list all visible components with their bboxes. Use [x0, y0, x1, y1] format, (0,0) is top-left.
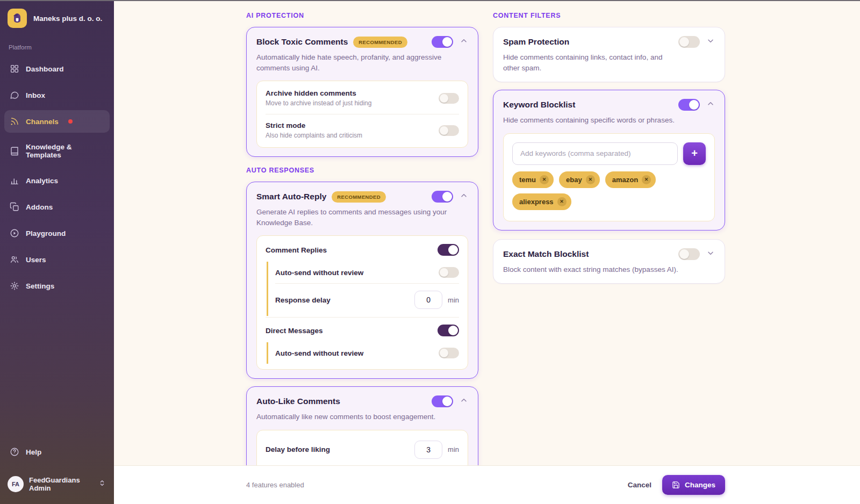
save-icon: [672, 481, 680, 489]
play-circle-icon: [10, 228, 19, 238]
sidebar-item-users[interactable]: Users: [4, 248, 110, 271]
keyword-tag: ebay: [559, 171, 600, 188]
chevron-up-icon[interactable]: [460, 191, 468, 202]
recommended-badge: RECOMMENDED: [332, 191, 386, 203]
option-label: Auto-send without review: [275, 349, 363, 357]
keyword-text: aliexpress: [519, 198, 554, 206]
sidebar-item-dashboard[interactable]: Dashboard: [4, 57, 110, 80]
window-top-edge: [0, 0, 860, 1]
auto-like-panel: Delay before liking min 3-10 minutes rec…: [256, 430, 468, 465]
sidebar-item-label: Settings: [26, 282, 54, 290]
card-title: Auto-Like Comments: [256, 397, 340, 406]
option-hint: Move to archive instead of just hiding: [266, 99, 371, 107]
sidebar-item-inbox[interactable]: Inbox: [4, 84, 110, 106]
chevron-down-icon[interactable]: [706, 37, 715, 47]
book-icon: [10, 146, 19, 156]
sidebar-item-label: Channels: [26, 118, 59, 126]
direct-messages-suboptions: Auto-send without review: [267, 342, 459, 364]
keyword-text: amazon: [612, 176, 638, 184]
recommended-badge: RECOMMENDED: [353, 37, 407, 48]
card-description: Block content with exact string matches …: [503, 264, 715, 275]
add-keyword-button[interactable]: +: [683, 142, 706, 165]
smart-auto-reply-toggle[interactable]: [432, 191, 453, 203]
card-keyword-blocklist: Keyword Blocklist Hide comments containi…: [493, 90, 725, 231]
section-title-auto-responses: AUTO RESPONSES: [246, 167, 478, 174]
strict-mode-toggle[interactable]: [439, 125, 459, 136]
save-changes-button[interactable]: Changes: [662, 475, 725, 495]
option-archive-hidden: Archive hidden comments Move to archive …: [266, 82, 459, 114]
comment-replies-suboptions: Auto-send without review Response delay …: [267, 262, 459, 316]
chevron-up-icon[interactable]: [706, 99, 715, 110]
option-hint: Also hide complaints and criticism: [266, 132, 362, 139]
chevron-up-down-icon: [98, 479, 106, 489]
rss-icon: [10, 117, 19, 126]
option-comment-replies: Comment Replies: [266, 237, 459, 261]
sidebar-item-label: Analytics: [26, 177, 58, 185]
archive-hidden-toggle[interactable]: [439, 93, 459, 104]
add-keywords-input[interactable]: [512, 142, 678, 165]
account-menu[interactable]: FA FeedGuardians Admin: [0, 469, 114, 504]
card-smart-auto-reply: Smart Auto-Reply RECOMMENDED Generate AI…: [246, 182, 478, 379]
card-exact-match-blocklist: Exact Match Blocklist Block content with…: [493, 239, 725, 284]
remove-keyword-icon[interactable]: [557, 197, 567, 206]
sidebar-item-label: Inbox: [26, 91, 45, 99]
dm-auto-send-toggle[interactable]: [439, 348, 459, 358]
section-title-content-filters: CONTENT FILTERS: [493, 12, 725, 19]
users-icon: [10, 255, 19, 264]
sidebar-item-channels[interactable]: Channels: [4, 110, 110, 133]
keyword-blocklist-toggle[interactable]: [678, 99, 700, 111]
exact-match-toggle[interactable]: [678, 248, 700, 260]
smart-auto-reply-panel: Comment Replies Auto-send without review…: [256, 235, 468, 370]
sidebar-item-addons[interactable]: Addons: [4, 196, 110, 218]
keyword-text: ebay: [566, 176, 582, 184]
remove-keyword-icon[interactable]: [540, 175, 549, 184]
comment-replies-toggle[interactable]: [438, 244, 459, 256]
sidebar: Maneks plus d. o. o. Platform Dashboard …: [0, 0, 114, 504]
card-title: Smart Auto-Reply: [256, 192, 326, 201]
block-toxic-comments-toggle[interactable]: [432, 36, 453, 48]
spam-protection-toggle[interactable]: [678, 36, 700, 48]
footer-bar: 4 features enabled Cancel Changes: [114, 465, 860, 504]
sidebar-item-settings[interactable]: Settings: [4, 275, 110, 297]
sidebar-item-knowledge-templates[interactable]: Knowledge & Templates: [4, 136, 110, 165]
option-response-delay: Response delay min: [275, 283, 459, 316]
card-description: Automatically like new comments to boost…: [256, 412, 468, 422]
account-name: FeedGuardians Admin: [29, 476, 92, 492]
option-label: Comment Replies: [266, 246, 327, 254]
sidebar-nav: Dashboard Inbox Channels Knowledge & Tem…: [0, 52, 114, 437]
unit-label: min: [448, 296, 459, 304]
auto-like-toggle[interactable]: [432, 395, 453, 407]
card-title: Block Toxic Comments: [256, 37, 348, 47]
keyword-tag: temu: [512, 171, 554, 188]
remove-keyword-icon[interactable]: [586, 175, 595, 184]
option-label: Strict mode: [266, 121, 362, 129]
card-description: Hide comments containing links, contact …: [503, 52, 680, 73]
sidebar-item-analytics[interactable]: Analytics: [4, 169, 110, 192]
sidebar-item-label: Playground: [26, 229, 66, 237]
comment-auto-send-toggle[interactable]: [439, 267, 459, 278]
right-column: CONTENT FILTERS Spam Protection Hide com…: [493, 8, 725, 465]
card-description: Hide comments containing specific words …: [503, 115, 715, 126]
sidebar-item-playground[interactable]: Playground: [4, 222, 110, 244]
remove-keyword-icon[interactable]: [642, 175, 651, 184]
sidebar-item-label: Addons: [26, 203, 53, 211]
chevron-up-icon[interactable]: [460, 37, 468, 47]
like-delay-input[interactable]: [414, 441, 442, 459]
option-label: Response delay: [275, 296, 331, 304]
direct-messages-toggle[interactable]: [438, 325, 459, 336]
settings-content: AI PROTECTION Block Toxic Comments RECOM…: [114, 0, 860, 465]
option-direct-messages: Direct Messages: [266, 317, 459, 341]
option-auto-send-comments: Auto-send without review: [275, 262, 459, 283]
chevron-up-icon[interactable]: [460, 396, 468, 407]
left-column: AI PROTECTION Block Toxic Comments RECOM…: [246, 8, 478, 465]
sidebar-item-label: Knowledge & Templates: [26, 143, 104, 159]
keyword-tag: amazon: [605, 171, 656, 188]
cancel-button[interactable]: Cancel: [617, 476, 662, 494]
help-button[interactable]: Help: [4, 441, 110, 463]
workspace-name: Maneks plus d. o. o.: [33, 15, 102, 23]
chevron-down-icon[interactable]: [706, 249, 715, 260]
option-label: Archive hidden comments: [266, 89, 371, 97]
features-enabled-status: 4 features enabled: [246, 481, 304, 489]
card-title: Keyword Blocklist: [503, 100, 575, 110]
response-delay-input[interactable]: [414, 291, 442, 309]
